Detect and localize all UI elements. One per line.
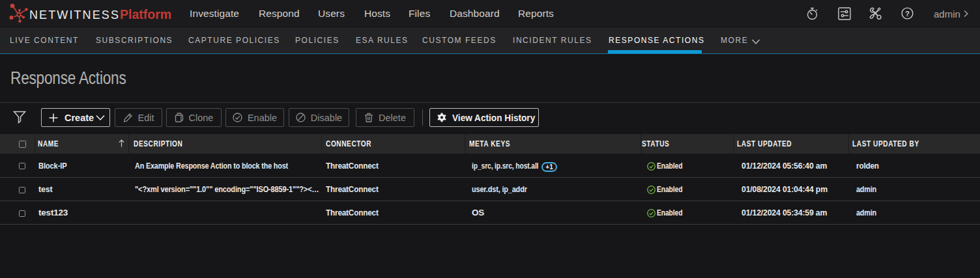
svg-text:?: ?: [905, 10, 910, 18]
